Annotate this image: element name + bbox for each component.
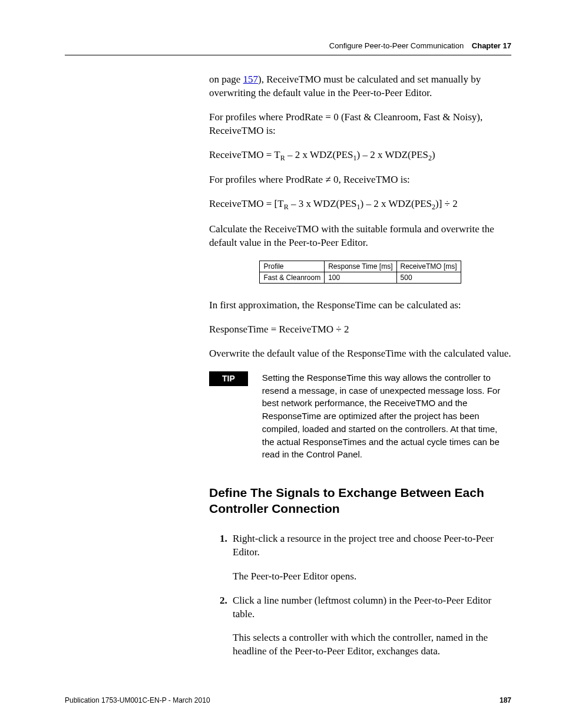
- text: on page: [209, 74, 243, 85]
- paragraph-intro: on page 157), ReceiveTMO must be calcula…: [209, 73, 511, 100]
- table-cell: 100: [325, 272, 396, 283]
- tip-block: TIP Setting the ResponseTime this way al…: [209, 371, 511, 461]
- tip-text: Setting the ResponseTime this way allows…: [262, 371, 511, 461]
- list-item: 1. Right-click a resource in the project…: [220, 532, 511, 584]
- step-extra: This selects a controller with which the…: [233, 631, 511, 658]
- profile-table: Profile Response Time [ms] ReceiveTMO [m…: [259, 261, 461, 284]
- page-footer: Publication 1753-UM001C-EN-P - March 201…: [65, 696, 511, 704]
- main-content: on page 157), ReceiveTMO must be calcula…: [209, 73, 511, 658]
- table-cell: 500: [396, 272, 461, 283]
- publication-id: Publication 1753-UM001C-EN-P - March 201…: [65, 696, 210, 704]
- section-heading: Define The Signals to Exchange Between E…: [209, 485, 511, 517]
- tip-badge: TIP: [209, 371, 248, 386]
- header-chapter: Chapter 17: [472, 41, 511, 50]
- table-header: Profile: [260, 261, 325, 272]
- text: ): [432, 149, 435, 160]
- subscript: R: [284, 203, 289, 212]
- step-number: 2.: [220, 594, 227, 608]
- table-row: Fast & Cleanroom 100 500: [260, 272, 461, 283]
- step-text: Click a line number (leftmost column) in…: [233, 595, 491, 620]
- list-item: 2. Click a line number (leftmost column)…: [220, 594, 511, 659]
- text: ReceiveTMO = [T: [209, 198, 284, 209]
- header-breadcrumb: Configure Peer-to-Peer Communication: [329, 41, 464, 50]
- paragraph: For profiles where ProdRate ≠ 0, Receive…: [209, 173, 511, 187]
- page-link-157[interactable]: 157: [243, 74, 259, 85]
- step-extra: The Peer-to-Peer Editor opens.: [233, 570, 511, 584]
- formula-receivetmo-zero: ReceiveTMO = TR – 2 x WDZ(PES1) – 2 x WD…: [209, 149, 511, 163]
- text: ) – 2 x WDZ(PES: [357, 149, 429, 160]
- page-header: Configure Peer-to-Peer Communication Cha…: [65, 41, 511, 50]
- formula-receivetmo-nonzero: ReceiveTMO = [TR – 3 x WDZ(PES1) – 2 x W…: [209, 197, 511, 212]
- paragraph: For profiles where ProdRate = 0 (Fast & …: [209, 111, 511, 138]
- header-rule: [65, 55, 511, 55]
- table-header: ReceiveTMO [ms]: [396, 261, 461, 272]
- step-number: 1.: [220, 532, 227, 546]
- text: )] ÷ 2: [435, 198, 458, 209]
- page-number: 187: [500, 696, 511, 704]
- paragraph: In first approximation, the ResponseTime…: [209, 299, 511, 312]
- text: – 3 x WDZ(PES: [289, 198, 357, 209]
- table-header: Response Time [ms]: [325, 261, 396, 272]
- step-text: Right-click a resource in the project tr…: [233, 533, 494, 558]
- text: – 2 x WDZ(PES: [285, 149, 353, 160]
- text: ReceiveTMO = T: [209, 149, 280, 160]
- text: ) – 2 x WDZ(PES: [361, 198, 432, 209]
- table-header-row: Profile Response Time [ms] ReceiveTMO [m…: [260, 261, 461, 272]
- table-cell: Fast & Cleanroom: [260, 272, 325, 283]
- paragraph: Calculate the ReceiveTMO with the suitab…: [209, 223, 511, 250]
- paragraph: Overwrite the default value of the Respo…: [209, 347, 511, 361]
- formula-responsetime: ResponseTime = ReceiveTMO ÷ 2: [209, 323, 511, 337]
- steps-list: 1. Right-click a resource in the project…: [220, 532, 511, 659]
- subscript: R: [280, 154, 285, 162]
